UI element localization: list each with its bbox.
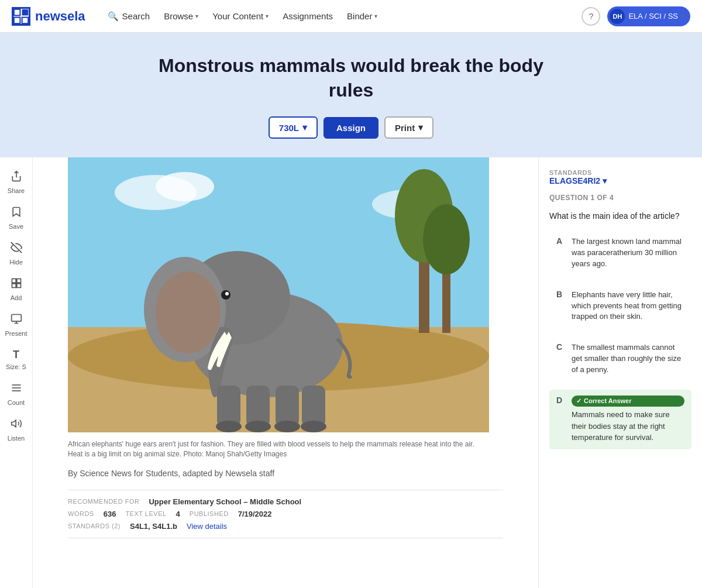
top-navigation: newsela 🔍 Search Browse ▾ Your Content ▾…	[0, 0, 702, 33]
sidebar-count-label: Count	[8, 399, 25, 406]
answer-option-d[interactable]: D ✓ Correct Answer Mammals need to make …	[549, 390, 691, 450]
svg-point-36	[216, 421, 242, 432]
count-icon	[11, 382, 22, 397]
your-content-chevron-icon: ▾	[266, 13, 269, 19]
svg-rect-35	[302, 386, 325, 427]
share-icon	[11, 170, 22, 185]
text-level-value: 4	[176, 510, 180, 518]
binder-chevron-icon: ▾	[374, 13, 377, 19]
standard-value-button[interactable]: ELAGSE4RI2 ▾	[549, 176, 691, 185]
answer-letter-c: C	[556, 342, 565, 352]
published-label: PUBLISHED	[190, 510, 229, 517]
avatar: DH	[610, 9, 625, 24]
browse-nav-label: Browse	[164, 11, 193, 21]
print-label: Print	[395, 123, 415, 133]
view-details-link[interactable]: View details	[187, 522, 227, 531]
answer-option-c[interactable]: C The smallest mammals cannot get smalle…	[549, 336, 691, 381]
sidebar-item-present[interactable]: Present	[0, 307, 32, 343]
add-icon	[11, 277, 22, 292]
standards-values: S4L1, S4L1.b	[130, 522, 177, 531]
logo-text: newsela	[35, 9, 85, 24]
assign-button[interactable]: Assign	[324, 117, 378, 139]
nav-links: 🔍 Search Browse ▾ Your Content ▾ Assignm…	[102, 6, 384, 26]
help-button[interactable]: ?	[581, 7, 600, 26]
svg-rect-5	[12, 279, 16, 283]
svg-rect-32	[217, 386, 240, 427]
question-panel: STANDARDS ELAGSE4RI2 ▾ QUESTION 1 OF 4 W…	[538, 157, 702, 588]
assignments-nav-label: Assignments	[283, 11, 333, 21]
article-area: African elephants' huge ears aren't just…	[33, 157, 538, 588]
answer-text-a: The largest known land mammal was parace…	[572, 236, 684, 270]
answer-letter-b: B	[556, 290, 565, 299]
svg-point-25	[423, 204, 470, 274]
sidebar-share-label: Share	[8, 187, 25, 194]
answer-text-c: The smallest mammals cannot get smaller …	[572, 342, 684, 376]
your-content-nav-link[interactable]: Your Content ▾	[207, 6, 274, 26]
sidebar-item-hide[interactable]: Hide	[0, 236, 32, 271]
search-icon: 🔍	[108, 11, 119, 22]
text-level-label: TEXT LEVEL	[125, 510, 166, 517]
sidebar-item-add[interactable]: Add	[0, 271, 32, 307]
correct-badge-text: Correct Answer	[584, 397, 632, 404]
svg-point-38	[274, 421, 300, 432]
recommended-row: RECOMMENDED FOR Upper Elementary School …	[68, 497, 503, 506]
user-menu[interactable]: DH ELA / SCI / SS ▾	[607, 6, 690, 26]
search-nav-link[interactable]: 🔍 Search	[102, 6, 156, 26]
standards-label: STANDARDS	[549, 169, 691, 176]
article-image-container	[68, 157, 503, 432]
answer-option-b[interactable]: B Elephants have very little hair, which…	[549, 284, 691, 329]
logo[interactable]: newsela	[12, 7, 85, 26]
sidebar-hide-label: Hide	[9, 259, 23, 266]
answer-letter-d: D	[556, 396, 565, 405]
image-caption: African elephants' huge ears aren't just…	[68, 439, 489, 459]
sidebar-present-label: Present	[5, 330, 27, 337]
nav-right: ? DH ELA / SCI / SS ▾	[581, 6, 690, 26]
article-title: Monstrous mammals would break the body r…	[152, 54, 550, 102]
sidebar-item-listen[interactable]: Listen	[0, 412, 32, 448]
binder-nav-label: Binder	[347, 11, 372, 21]
svg-rect-1	[22, 9, 29, 15]
binder-nav-link[interactable]: Binder ▾	[341, 6, 383, 26]
correct-answer-badge: ✓ Correct Answer	[572, 396, 684, 407]
words-value: 636	[104, 510, 116, 518]
standards-label: STANDARDS (2)	[68, 522, 121, 529]
svg-rect-7	[16, 284, 20, 288]
svg-rect-9	[11, 315, 21, 322]
svg-rect-6	[16, 279, 20, 283]
checkmark-icon: ✓	[576, 397, 581, 405]
answer-option-a[interactable]: A The largest known land mammal was para…	[549, 231, 691, 276]
sidebar-item-share[interactable]: Share	[0, 164, 32, 200]
present-icon	[11, 313, 22, 328]
question-text: What is the main idea of the article?	[549, 210, 691, 222]
hero-actions: 730L ▾ Assign Print ▾	[12, 116, 690, 139]
svg-point-37	[245, 421, 271, 432]
sidebar-size-label: Size: S	[6, 363, 26, 370]
sidebar-item-size[interactable]: T Size: S	[0, 343, 32, 376]
svg-rect-8	[12, 284, 16, 288]
recommended-label: RECOMMENDED FOR	[68, 498, 139, 505]
eye-icon	[11, 242, 22, 256]
answer-d-content: ✓ Correct Answer Mammals need to make su…	[572, 396, 684, 444]
level-chevron-icon: ▾	[302, 122, 307, 133]
published-value: 7/19/2022	[238, 510, 272, 518]
assignments-nav-link[interactable]: Assignments	[277, 6, 339, 26]
svg-rect-2	[14, 17, 20, 23]
answer-text-d: Mammals need to make sure their bodies s…	[572, 410, 670, 442]
stats-row: WORDS 636 TEXT LEVEL 4 PUBLISHED 7/19/20…	[68, 510, 503, 518]
svg-rect-33	[246, 386, 270, 427]
svg-point-29	[156, 271, 220, 353]
sidebar-item-count[interactable]: Count	[0, 376, 32, 412]
print-button[interactable]: Print ▾	[384, 116, 433, 139]
sidebar-item-save[interactable]: Save	[0, 200, 32, 236]
browse-nav-link[interactable]: Browse ▾	[158, 6, 204, 26]
svg-point-18	[156, 172, 214, 201]
recommended-value: Upper Elementary School – Middle School	[149, 497, 301, 506]
svg-rect-34	[276, 386, 299, 427]
print-chevron-icon: ▾	[418, 122, 423, 133]
sidebar: Share Save Hide	[0, 157, 33, 588]
answer-text-b: Elephants have very little hair, which p…	[572, 290, 684, 323]
article-meta: RECOMMENDED FOR Upper Elementary School …	[68, 490, 503, 538]
reading-level-button[interactable]: 730L ▾	[269, 116, 318, 139]
main-layout: Share Save Hide	[0, 157, 702, 588]
svg-point-31	[225, 292, 229, 295]
